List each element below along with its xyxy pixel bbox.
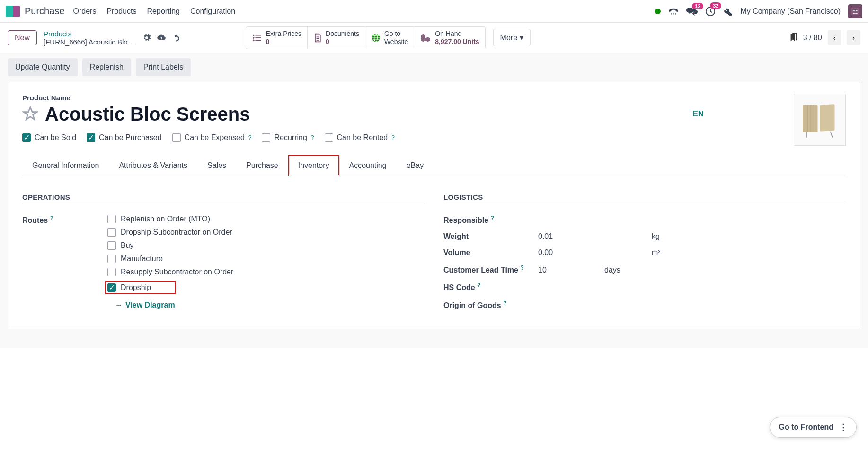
print-labels-button[interactable]: Print Labels	[136, 58, 191, 76]
origin-label: Origin of Goods ?	[443, 300, 538, 310]
menu-configuration[interactable]: Configuration	[190, 7, 235, 16]
stat-label: Extra Prices	[266, 30, 301, 38]
can-be-purchased-checkbox[interactable]: ✓	[87, 133, 95, 142]
menu-reporting[interactable]: Reporting	[147, 7, 180, 16]
stat-onhand[interactable]: On Hand8,927.00 Units	[414, 27, 485, 49]
gear-icon[interactable]	[142, 34, 151, 42]
logistics-column: LOGISTICS Responsible ? Weight0.01kg Vol…	[443, 193, 846, 317]
bookmark-icon[interactable]	[789, 33, 797, 43]
menu-products[interactable]: Products	[106, 7, 136, 16]
cloud-upload-icon[interactable]	[157, 34, 166, 42]
inventory-tab-content: OPERATIONS Routes ? Replenish on Order (…	[22, 193, 846, 317]
more-button[interactable]: More ▾	[493, 29, 531, 46]
svg-point-1	[673, 13, 674, 14]
operations-column: OPERATIONS Routes ? Replenish on Order (…	[22, 193, 425, 317]
pager: 3 / 80 ‹ ›	[789, 30, 860, 45]
can-be-purchased-label: Can be Purchased	[99, 133, 162, 142]
phone-icon[interactable]	[668, 7, 679, 16]
weight-input[interactable]: 0.01	[538, 232, 604, 241]
undo-icon[interactable]	[172, 34, 180, 42]
svg-rect-7	[853, 9, 857, 10]
can-be-rented-checkbox[interactable]	[325, 133, 333, 142]
activities-badge: 32	[710, 2, 721, 9]
help-icon[interactable]: ?	[311, 134, 314, 141]
weight-label: Weight	[443, 232, 538, 241]
pager-counter[interactable]: 3 / 80	[803, 34, 822, 42]
tools-icon[interactable]	[723, 7, 733, 16]
help-icon[interactable]: ?	[520, 264, 523, 271]
tab-purchase[interactable]: Purchase	[236, 155, 288, 176]
logistics-title: LOGISTICS	[443, 193, 846, 204]
stat-documents[interactable]: Documents0	[308, 27, 365, 49]
route-dropship-sub-checkbox[interactable]	[107, 228, 116, 237]
responsible-label: Responsible ?	[443, 215, 538, 225]
can-be-expensed-checkbox[interactable]	[172, 133, 181, 142]
user-avatar[interactable]	[848, 4, 862, 18]
breadcrumb-actions	[142, 34, 180, 42]
product-flags: ✓Can be Sold ✓Can be Purchased Can be Ex…	[22, 133, 846, 142]
app-name[interactable]: Purchase	[25, 6, 65, 17]
route-label: Dropship	[121, 283, 151, 292]
route-mto-checkbox[interactable]	[107, 215, 116, 223]
help-icon[interactable]: ?	[503, 300, 506, 307]
view-diagram-link[interactable]: →View Diagram	[115, 301, 233, 309]
help-icon[interactable]: ?	[491, 215, 494, 221]
can-be-sold-checkbox[interactable]: ✓	[22, 133, 31, 142]
stat-label2: Website	[384, 38, 408, 46]
tab-attributes-variants[interactable]: Attributes & Variants	[109, 155, 197, 176]
action-buttons: Update Quantity Replenish Print Labels	[8, 58, 860, 76]
hs-code-label: HS Code ?	[443, 282, 538, 292]
new-button[interactable]: New	[8, 30, 37, 45]
route-resupply-sub-checkbox[interactable]	[107, 268, 116, 276]
top-navbar: Purchase Orders Products Reporting Confi…	[0, 0, 868, 23]
weight-unit: kg	[652, 232, 660, 241]
tab-accounting[interactable]: Accounting	[339, 155, 397, 176]
help-icon[interactable]: ?	[50, 215, 53, 221]
pager-prev-button[interactable]: ‹	[828, 30, 841, 45]
favorite-star-icon[interactable]	[22, 106, 38, 122]
help-icon[interactable]: ?	[248, 134, 252, 141]
menu-orders[interactable]: Orders	[73, 7, 97, 16]
route-dropship-checkbox[interactable]: ✓	[107, 283, 116, 292]
tab-ebay[interactable]: eBay	[397, 155, 434, 176]
activities-icon[interactable]: 32	[705, 6, 716, 17]
update-quantity-button[interactable]: Update Quantity	[8, 58, 78, 76]
tab-sales[interactable]: Sales	[197, 155, 236, 176]
company-selector[interactable]: My Company (San Francisco)	[740, 7, 841, 16]
pager-next-button[interactable]: ›	[847, 30, 860, 45]
messaging-badge: 12	[692, 3, 703, 9]
caret-down-icon: ▾	[520, 34, 523, 42]
stat-website[interactable]: Go toWebsite	[365, 27, 414, 49]
recurring-checkbox[interactable]	[262, 133, 270, 142]
app-logo[interactable]	[6, 6, 20, 17]
breadcrumb-products[interactable]: Products	[44, 30, 135, 38]
lead-time-input[interactable]: 10	[538, 266, 604, 274]
product-image[interactable]	[794, 94, 846, 146]
help-icon[interactable]: ?	[477, 282, 480, 289]
volume-input[interactable]: 0.00	[538, 248, 604, 257]
messaging-icon[interactable]: 12	[686, 7, 698, 16]
help-icon[interactable]: ?	[391, 134, 395, 141]
svg-point-2	[675, 13, 676, 14]
route-manufacture-checkbox[interactable]	[107, 255, 116, 263]
tab-general-information[interactable]: General Information	[22, 155, 109, 176]
tab-inventory[interactable]: Inventory	[288, 155, 339, 176]
routes-label: Routes ?	[22, 215, 107, 309]
stat-label: Go to	[384, 30, 408, 38]
replenish-button[interactable]: Replenish	[82, 58, 131, 76]
stat-value: 0	[326, 38, 359, 46]
breadcrumb: Products [FURN_6666] Acoustic Blo…	[44, 30, 135, 46]
route-buy-checkbox[interactable]	[107, 241, 116, 250]
route-label: Manufacture	[121, 255, 163, 263]
language-badge[interactable]: EN	[692, 109, 704, 119]
stat-extra-prices[interactable]: Extra Prices0	[246, 27, 308, 49]
stat-label: On Hand	[435, 30, 479, 38]
boxes-icon	[420, 33, 431, 43]
product-name-input[interactable]: Acoustic Bloc Screens	[45, 104, 686, 125]
route-label: Dropship Subcontractor on Order	[121, 228, 232, 237]
breadcrumb-current: [FURN_6666] Acoustic Blo…	[44, 38, 135, 46]
document-icon	[313, 33, 322, 43]
recurring-label: Recurring	[274, 133, 307, 142]
svg-rect-9	[255, 35, 261, 35]
globe-icon	[371, 33, 381, 43]
